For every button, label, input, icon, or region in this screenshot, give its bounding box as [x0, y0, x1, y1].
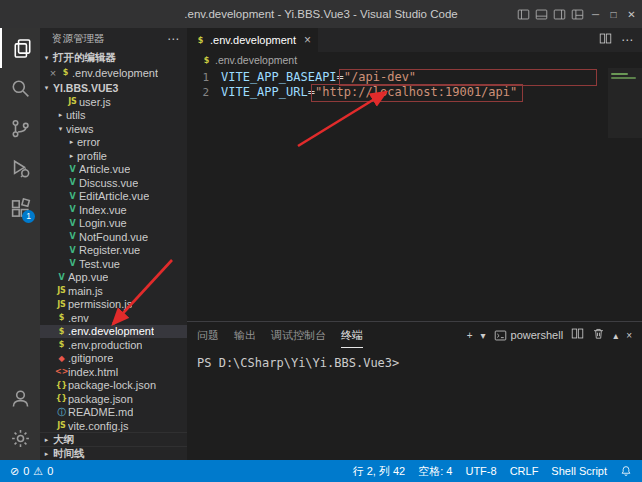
language-mode[interactable]: Shell Script — [551, 465, 607, 477]
outline-section-header[interactable]: ▸ 大纲 — [40, 432, 187, 446]
chevron-down-icon: ▾ — [40, 84, 53, 92]
tree-item[interactable]: ▸ error — [40, 136, 187, 150]
maximize-button[interactable]: □ — [605, 0, 622, 28]
explorer-icon[interactable] — [0, 28, 42, 68]
customize-layout-icon[interactable] — [569, 0, 586, 28]
tree-item[interactable]: ▸ profile — [40, 149, 187, 163]
eol-status[interactable]: CRLF — [510, 465, 539, 477]
search-icon[interactable] — [0, 68, 40, 108]
settings-gear-icon[interactable] — [0, 418, 40, 458]
split-terminal-icon[interactable] — [571, 327, 584, 343]
file-type-icon: V — [66, 232, 79, 241]
minimap-line-mark — [611, 73, 628, 75]
status-bar: ⊘ 0 ⚠ 0 行 2, 列 42 空格: 4 UTF-8 CRLF Shell… — [0, 460, 642, 482]
breadcrumb[interactable]: $ .env.development — [187, 52, 642, 68]
tree-item[interactable]: V Login.vue — [40, 217, 187, 231]
tree-item[interactable]: JS vite.config.js — [40, 419, 187, 433]
error-icon: ⊘ — [10, 465, 19, 478]
toggle-secondary-sidebar-icon[interactable] — [551, 0, 568, 28]
tree-item[interactable]: V Index.vue — [40, 203, 187, 217]
minimap-line-mark — [611, 77, 636, 79]
file-type-icon: V — [66, 165, 79, 174]
tree-item[interactable]: $ .env — [40, 311, 187, 325]
file-type-icon: $ — [55, 313, 68, 322]
tree-item[interactable]: V EditArticle.vue — [40, 190, 187, 204]
extensions-icon[interactable]: 1 — [0, 188, 40, 228]
editor-more-actions-icon[interactable]: ⋯ — [621, 33, 633, 47]
notifications-bell-icon[interactable] — [620, 465, 632, 477]
minimize-button[interactable]: ─ — [587, 0, 604, 28]
maximize-panel-icon[interactable]: ▴ — [613, 330, 618, 341]
kill-terminal-icon[interactable] — [592, 327, 605, 343]
tree-item[interactable]: JS user.js — [40, 95, 187, 109]
split-editor-icon[interactable] — [599, 32, 612, 48]
tree-item[interactable]: JS main.js — [40, 284, 187, 298]
terminal-instance-item[interactable]: powershell — [494, 329, 564, 342]
activity-bar-bottom — [0, 378, 40, 458]
bottom-panel: 问题输出调试控制台终端 + ▾ powershell ▴ × — [187, 321, 642, 460]
tree-item[interactable]: ▸ utils — [40, 109, 187, 123]
tree-item[interactable]: V Test.vue — [40, 257, 187, 271]
tree-item[interactable]: {} package-lock.json — [40, 379, 187, 393]
file-type-icon: V — [66, 178, 79, 187]
source-control-icon[interactable] — [0, 108, 40, 148]
folder-chevron-icon: ▾ — [55, 125, 66, 133]
tree-item[interactable]: V Discuss.vue — [40, 176, 187, 190]
tree-item[interactable]: JS permission.js — [40, 298, 187, 312]
close-window-button[interactable]: ✕ — [623, 0, 640, 28]
timeline-section-header[interactable]: ▸ 时间线 — [40, 446, 187, 460]
folder-chevron-icon: ▸ — [66, 138, 77, 146]
tree-item[interactable]: ◆ .gitignore — [40, 352, 187, 366]
account-icon[interactable] — [0, 378, 40, 418]
indentation-status[interactable]: 空格: 4 — [418, 464, 452, 479]
explorer-sidebar: 资源管理器 ⋯ ▾ 打开的编辑器 × $ .env.development ▾ … — [40, 28, 187, 460]
title-bar: .env.development - Yi.BBS.Vue3 - Visual … — [0, 0, 642, 28]
panel-tab[interactable]: 输出 — [234, 323, 256, 347]
editor-area: $ .env.development × ⋯ $ .env.developmen… — [187, 28, 642, 460]
panel-tab[interactable]: 终端 — [341, 323, 363, 348]
tree-item[interactable]: $ .env.production — [40, 338, 187, 352]
new-terminal-icon[interactable]: + — [467, 330, 473, 341]
panel-header: 问题输出调试控制台终端 + ▾ powershell ▴ × — [187, 322, 642, 348]
file-type-icon: {} — [55, 394, 68, 403]
code-editor[interactable]: 1 VITE_APP_BASEAPI="/api-dev" 2 VITE_APP… — [187, 68, 642, 322]
tree-item[interactable]: V Register.vue — [40, 244, 187, 258]
open-editors-header[interactable]: ▾ 打开的编辑器 — [40, 50, 187, 65]
file-type-icon: {} — [55, 381, 68, 390]
encoding-status[interactable]: UTF-8 — [465, 465, 496, 477]
terminal[interactable]: PS D:\CSharp\Yi\Yi.BBS.Vue3> — [187, 348, 642, 378]
tree-item[interactable]: V NotFound.vue — [40, 230, 187, 244]
tree-item[interactable]: <> index.html — [40, 365, 187, 379]
panel-tab[interactable]: 调试控制台 — [271, 323, 326, 347]
sidebar-more-actions-icon[interactable]: ⋯ — [167, 32, 179, 46]
tab-env-development[interactable]: $ .env.development × — [187, 28, 318, 52]
close-panel-icon[interactable]: × — [626, 330, 632, 341]
vscode-window: .env.development - Yi.BBS.Vue3 - Visual … — [0, 0, 642, 482]
open-editor-item[interactable]: × $ .env.development — [40, 65, 187, 80]
file-type-icon: V — [66, 259, 79, 268]
folder-chevron-icon: ▸ — [66, 152, 77, 160]
run-debug-icon[interactable] — [0, 148, 40, 188]
toggle-panel-icon[interactable] — [533, 0, 550, 28]
folder-chevron-icon: ▸ — [55, 111, 66, 119]
project-root-header[interactable]: ▾ YI.BBS.VUE3 — [40, 80, 187, 95]
line-number: 1 — [187, 70, 209, 85]
tree-item[interactable]: {} package.json — [40, 392, 187, 406]
close-icon[interactable]: × — [47, 67, 59, 79]
tree-item[interactable]: ▾ views — [40, 122, 187, 136]
file-type-icon: JS — [55, 286, 68, 295]
terminal-profile-chevron-icon[interactable]: ▾ — [481, 330, 486, 341]
problems-status[interactable]: ⊘ 0 ⚠ 0 — [10, 465, 53, 478]
tree-item[interactable]: V Article.vue — [40, 163, 187, 177]
annotation-box-url — [311, 84, 523, 102]
warning-icon: ⚠ — [33, 465, 43, 478]
panel-tab[interactable]: 问题 — [197, 323, 219, 347]
chevron-right-icon: ▸ — [40, 436, 53, 444]
tree-item[interactable]: $ .env.development — [40, 325, 187, 339]
tree-item[interactable]: V App.vue — [40, 271, 187, 285]
minimap[interactable] — [608, 68, 642, 138]
cursor-position[interactable]: 行 2, 列 42 — [353, 464, 406, 479]
tree-item[interactable]: ⓘ README.md — [40, 406, 187, 420]
toggle-sidebar-icon[interactable] — [515, 0, 532, 28]
tab-close-icon[interactable]: × — [304, 33, 311, 47]
